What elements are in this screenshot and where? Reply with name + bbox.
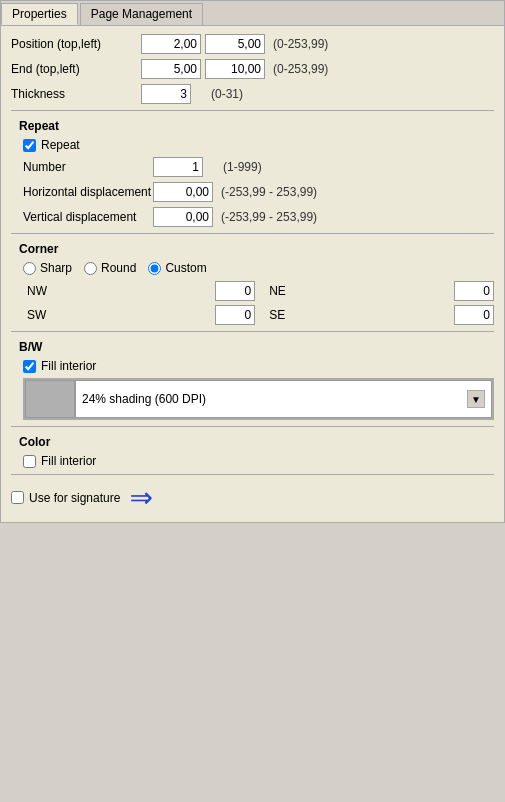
- corner-sharp-option: Sharp: [23, 261, 72, 275]
- se-label: SE: [269, 308, 448, 322]
- position-label: Position (top,left): [11, 37, 141, 51]
- sw-label: SW: [27, 308, 209, 322]
- tab-page-management[interactable]: Page Management: [80, 3, 203, 25]
- properties-content: Position (top,left) (0-253,99) End (top,…: [1, 26, 504, 522]
- se-value[interactable]: [454, 305, 494, 325]
- thickness-value[interactable]: [141, 84, 191, 104]
- color-section-title: Color: [19, 435, 494, 449]
- corner-sharp-radio[interactable]: [23, 262, 36, 275]
- repeat-section-title: Repeat: [19, 119, 494, 133]
- shading-dropdown[interactable]: 24% shading (600 DPI) ▼: [75, 380, 492, 418]
- vert-value[interactable]: [153, 207, 213, 227]
- end-label: End (top,left): [11, 62, 141, 76]
- horiz-label: Horizontal displacement: [23, 185, 153, 199]
- signature-row: Use for signature ⇐: [11, 481, 494, 514]
- color-fill-checkbox[interactable]: [23, 455, 36, 468]
- signature-checkbox[interactable]: [11, 491, 24, 504]
- color-section-body: Fill interior: [23, 454, 494, 468]
- shading-swatch: [25, 380, 75, 418]
- corner-custom-radio[interactable]: [148, 262, 161, 275]
- end-row: End (top,left) (0-253,99): [11, 59, 494, 79]
- end-value1[interactable]: [141, 59, 201, 79]
- number-row: Number (1-999): [23, 157, 494, 177]
- repeat-label: Repeat: [41, 138, 80, 152]
- corner-grid: NW NE SW SE: [27, 281, 494, 325]
- bw-section-title: B/W: [19, 340, 494, 354]
- horiz-range: (-253,99 - 253,99): [221, 185, 317, 199]
- number-value[interactable]: [153, 157, 203, 177]
- corner-round-label: Round: [101, 261, 136, 275]
- number-range: (1-999): [223, 160, 262, 174]
- horiz-row: Horizontal displacement (-253,99 - 253,9…: [23, 182, 494, 202]
- signature-arrow-icon: ⇐: [130, 481, 153, 514]
- corner-round-option: Round: [84, 261, 136, 275]
- ne-label: NE: [269, 284, 448, 298]
- color-fill-row: Fill interior: [23, 454, 494, 468]
- repeat-checkbox[interactable]: [23, 139, 36, 152]
- corner-custom-option: Custom: [148, 261, 206, 275]
- main-panel: Properties Page Management Position (top…: [0, 0, 505, 523]
- bw-fill-row: Fill interior: [23, 359, 494, 373]
- corner-round-radio[interactable]: [84, 262, 97, 275]
- vert-row: Vertical displacement (-253,99 - 253,99): [23, 207, 494, 227]
- corner-custom-label: Custom: [165, 261, 206, 275]
- position-row: Position (top,left) (0-253,99): [11, 34, 494, 54]
- signature-label: Use for signature: [29, 491, 120, 505]
- corner-radio-row: Sharp Round Custom: [23, 261, 494, 275]
- vert-range: (-253,99 - 253,99): [221, 210, 317, 224]
- nw-label: NW: [27, 284, 209, 298]
- end-value2[interactable]: [205, 59, 265, 79]
- thickness-label: Thickness: [11, 87, 141, 101]
- shading-text: 24% shading (600 DPI): [82, 392, 206, 406]
- bw-fill-checkbox[interactable]: [23, 360, 36, 373]
- position-range: (0-253,99): [273, 37, 328, 51]
- position-value1[interactable]: [141, 34, 201, 54]
- bw-fill-label: Fill interior: [41, 359, 96, 373]
- repeat-section-body: Repeat Number (1-999) Horizontal displac…: [23, 138, 494, 227]
- end-range: (0-253,99): [273, 62, 328, 76]
- nw-value[interactable]: [215, 281, 255, 301]
- corner-sharp-label: Sharp: [40, 261, 72, 275]
- corner-section-title: Corner: [19, 242, 494, 256]
- number-label: Number: [23, 160, 153, 174]
- dropdown-arrow-icon[interactable]: ▼: [467, 390, 485, 408]
- thickness-range: (0-31): [211, 87, 243, 101]
- vert-label: Vertical displacement: [23, 210, 153, 224]
- bw-section-body: Fill interior 24% shading (600 DPI) ▼: [23, 359, 494, 420]
- shading-outer: 24% shading (600 DPI) ▼: [23, 378, 494, 420]
- corner-section-body: Sharp Round Custom NW NE SW SE: [23, 261, 494, 325]
- tab-properties[interactable]: Properties: [1, 3, 78, 25]
- color-fill-label: Fill interior: [41, 454, 96, 468]
- repeat-checkbox-row: Repeat: [23, 138, 494, 152]
- sw-value[interactable]: [215, 305, 255, 325]
- position-value2[interactable]: [205, 34, 265, 54]
- ne-value[interactable]: [454, 281, 494, 301]
- thickness-row: Thickness (0-31): [11, 84, 494, 104]
- tab-bar: Properties Page Management: [1, 1, 504, 26]
- horiz-value[interactable]: [153, 182, 213, 202]
